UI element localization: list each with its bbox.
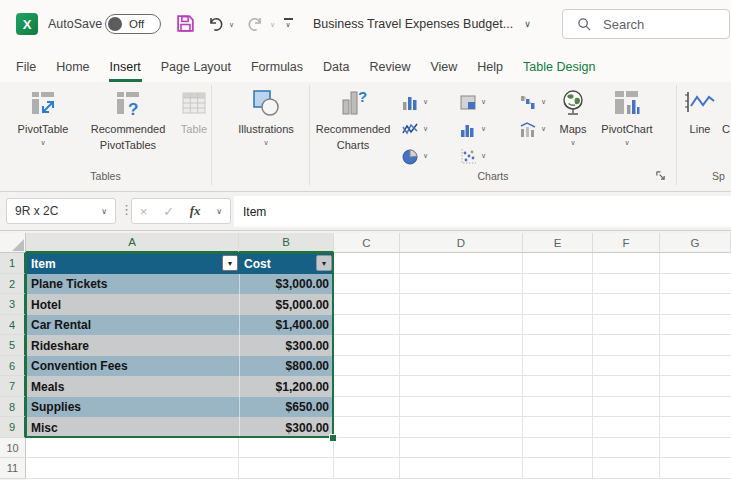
insert-column-chart-button[interactable]: ∨ bbox=[402, 91, 428, 113]
save-icon[interactable] bbox=[175, 13, 196, 34]
scatter-chart-chevron-icon[interactable]: ∨ bbox=[481, 152, 486, 160]
tab-data[interactable]: Data bbox=[313, 48, 359, 82]
insert-statistic-chart-button[interactable]: ∨ bbox=[460, 118, 486, 140]
sparkline-line-button[interactable]: Line bbox=[678, 86, 722, 136]
line-chart-chevron-icon[interactable]: ∨ bbox=[423, 125, 428, 133]
pie-chart-chevron-icon[interactable]: ∨ bbox=[423, 152, 428, 160]
insert-scatter-chart-button[interactable]: ∨ bbox=[460, 145, 486, 167]
insert-combo-chart-button[interactable]: ∨ bbox=[520, 118, 546, 140]
row-header-11[interactable]: 11 bbox=[0, 458, 26, 479]
insert-hierarchy-chart-button[interactable]: ∨ bbox=[460, 91, 486, 113]
cell-cost[interactable]: $300.00 bbox=[239, 417, 334, 438]
name-box[interactable]: 9R x 2C ∨ bbox=[6, 198, 116, 224]
column-header-a[interactable]: A bbox=[26, 233, 239, 253]
undo-dropdown-chevron-icon[interactable]: ∨ bbox=[229, 21, 234, 29]
pivottable-dropdown-chevron-icon[interactable]: ∨ bbox=[40, 139, 45, 147]
header-cell-item[interactable]: Item bbox=[31, 253, 56, 274]
row-header-2[interactable]: 2 bbox=[0, 274, 26, 294]
cell-item[interactable]: Car Rental bbox=[26, 315, 239, 335]
quick-access-overflow-icon[interactable]: ∨ bbox=[282, 18, 294, 28]
combo-chart-chevron-icon[interactable]: ∨ bbox=[541, 125, 546, 133]
table-row: Supplies $650.00 bbox=[26, 397, 334, 417]
recommended-pivottables-button[interactable]: ? Recommended PivotTables bbox=[78, 86, 178, 152]
row-header-3[interactable]: 3 bbox=[0, 294, 26, 315]
column-header-b[interactable]: B bbox=[239, 233, 334, 253]
pivotchart-button[interactable]: PivotChart ∨ bbox=[596, 86, 658, 147]
cell-cost[interactable]: $3,000.00 bbox=[239, 274, 334, 294]
cell-cost[interactable]: $800.00 bbox=[239, 356, 334, 376]
pivotchart-dropdown-chevron-icon[interactable]: ∨ bbox=[624, 139, 629, 147]
column-chart-chevron-icon[interactable]: ∨ bbox=[423, 98, 428, 106]
tab-view[interactable]: View bbox=[420, 48, 467, 82]
row-header-9[interactable]: 9 bbox=[0, 417, 26, 438]
maps-button[interactable]: Maps ∨ bbox=[552, 86, 594, 147]
autosave-toggle[interactable]: Off bbox=[105, 14, 161, 34]
tab-table-design[interactable]: Table Design bbox=[513, 48, 605, 82]
hierarchy-chart-chevron-icon[interactable]: ∨ bbox=[481, 98, 486, 106]
header-cell-cost[interactable]: Cost bbox=[244, 253, 271, 274]
histogram-chart-chevron-icon[interactable]: ∨ bbox=[481, 125, 486, 133]
cell-cost[interactable]: $300.00 bbox=[239, 335, 334, 356]
cell-item[interactable]: Plane Tickets bbox=[26, 274, 239, 294]
tab-formulas[interactable]: Formulas bbox=[241, 48, 313, 82]
cell-item[interactable]: Hotel bbox=[26, 294, 239, 315]
row-header-7[interactable]: 7 bbox=[0, 376, 26, 397]
maps-dropdown-chevron-icon[interactable]: ∨ bbox=[570, 139, 575, 147]
tab-page-layout[interactable]: Page Layout bbox=[151, 48, 241, 82]
cell-cost[interactable]: $5,000.00 bbox=[239, 294, 334, 315]
illustrations-button[interactable]: Illustrations ∨ bbox=[228, 86, 304, 147]
cell-item[interactable]: Misc bbox=[26, 417, 239, 438]
row-header-5[interactable]: 5 bbox=[0, 335, 26, 356]
cost-filter-button[interactable]: ▾ bbox=[316, 255, 332, 271]
search-box[interactable]: Search bbox=[562, 9, 730, 39]
formula-bar-chevron-icon[interactable]: ∨ bbox=[216, 207, 222, 216]
line-chart-icon bbox=[402, 121, 419, 138]
insert-line-area-chart-button[interactable]: ∨ bbox=[402, 118, 428, 140]
column-header-g[interactable]: G bbox=[660, 233, 731, 253]
row-header-8[interactable]: 8 bbox=[0, 397, 26, 417]
insert-waterfall-chart-button[interactable]: ∨ bbox=[520, 91, 546, 113]
column-header-d[interactable]: D bbox=[400, 233, 523, 253]
sparkline-column-button-partial[interactable]: C bbox=[722, 86, 731, 136]
column-header-f[interactable]: F bbox=[593, 233, 660, 253]
row-header-4[interactable]: 4 bbox=[0, 315, 26, 335]
tab-home[interactable]: Home bbox=[46, 48, 99, 82]
name-box-chevron-icon[interactable]: ∨ bbox=[101, 207, 107, 216]
cell-item[interactable]: Supplies bbox=[26, 397, 239, 417]
tab-insert[interactable]: Insert bbox=[100, 48, 151, 82]
fill-handle[interactable] bbox=[329, 434, 337, 442]
tab-review[interactable]: Review bbox=[359, 48, 420, 82]
excel-logo-icon[interactable]: X bbox=[16, 13, 38, 35]
select-all-button[interactable] bbox=[0, 233, 26, 253]
cell-cost[interactable]: $650.00 bbox=[239, 397, 334, 417]
charts-dialog-launcher[interactable] bbox=[653, 168, 667, 182]
charts-group-label: Charts bbox=[310, 170, 676, 184]
enter-icon[interactable]: ✓ bbox=[163, 204, 174, 219]
tables-group-label: Tables bbox=[0, 170, 211, 184]
tab-file[interactable]: File bbox=[6, 48, 46, 82]
pivottable-button[interactable]: PivotTable ∨ bbox=[12, 86, 74, 147]
tab-help[interactable]: Help bbox=[467, 48, 513, 82]
item-filter-button[interactable]: ▾ bbox=[222, 255, 238, 271]
row-header-10[interactable]: 10 bbox=[0, 438, 26, 458]
document-title[interactable]: Business Travel Expenses Budget... ∨ bbox=[313, 0, 531, 48]
column-header-e[interactable]: E bbox=[523, 233, 593, 253]
recommended-charts-button[interactable]: ? Recommended Charts bbox=[314, 86, 392, 152]
insert-function-button[interactable]: fx bbox=[190, 203, 201, 219]
cell-item[interactable]: Convention Fees bbox=[26, 356, 239, 376]
illustrations-dropdown-chevron-icon[interactable]: ∨ bbox=[263, 139, 268, 147]
cell-cost[interactable]: $1,400.00 bbox=[239, 315, 334, 335]
cancel-icon[interactable]: × bbox=[140, 204, 148, 219]
insert-pie-chart-button[interactable]: ∨ bbox=[402, 145, 428, 167]
cell-cost[interactable]: $1,200.00 bbox=[239, 376, 334, 397]
cell-item[interactable]: Meals bbox=[26, 376, 239, 397]
undo-icon[interactable] bbox=[206, 14, 224, 32]
formula-input[interactable]: Item bbox=[234, 196, 731, 227]
column-header-c[interactable]: C bbox=[334, 233, 400, 253]
waterfall-chart-chevron-icon[interactable]: ∨ bbox=[541, 98, 546, 106]
row-header-6[interactable]: 6 bbox=[0, 356, 26, 376]
table-header-row: Item Cost ▾ ▾ bbox=[26, 253, 334, 274]
recommended-charts-icon: ? bbox=[338, 88, 368, 118]
row-header-1[interactable]: 1 bbox=[0, 253, 26, 274]
cell-item[interactable]: Rideshare bbox=[26, 335, 239, 356]
